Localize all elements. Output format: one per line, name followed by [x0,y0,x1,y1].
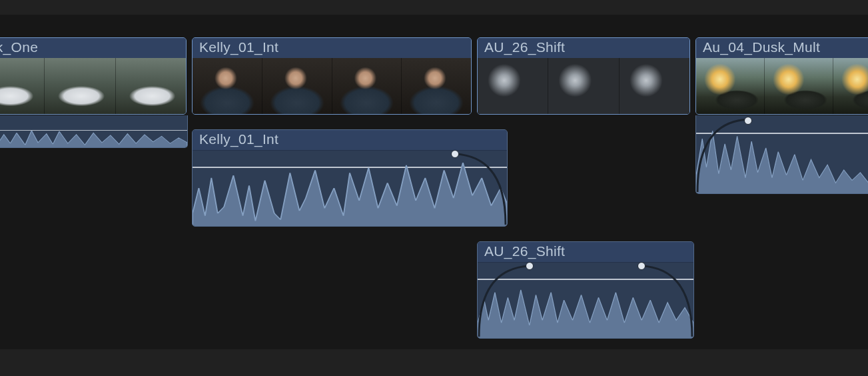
timeline[interactable]: usk_One Kelly_01_Int AU_26_Shift [0,0,868,376]
fade-out-curve-icon[interactable] [640,262,693,338]
timeline-top-strip [0,0,868,15]
clip-title: Kelly_01_Int [193,130,507,151]
thumbnail-person-icon [332,58,402,114]
fade-handle[interactable] [744,117,752,125]
clip-thumbnails [696,58,868,114]
audio-clip-kelly-01-int[interactable]: Kelly_01_Int [192,129,508,227]
audio-body [193,150,507,226]
thumbnail-car-icon [116,58,186,114]
audio-body [478,262,693,338]
thumbnail-person-icon [402,58,471,114]
timeline-bottom-strip [0,349,868,376]
clip-thumbnails [0,58,186,114]
fade-handle[interactable] [526,262,534,270]
video-clip-au-04-dusk-mult[interactable]: Au_04_Dusk_Mult [695,37,868,115]
fade-in-curve-icon[interactable] [478,262,531,338]
thumbnail-dusk-icon [696,58,765,114]
thumbnail-car-icon [45,58,115,114]
thumbnail-dusk-icon [765,58,833,114]
thumbnail-steering-wheel-icon [478,58,548,114]
fade-out-curve-icon[interactable] [454,150,507,226]
thumbnail-steering-wheel-icon [548,58,619,114]
video-clip-kelly-01-int[interactable]: Kelly_01_Int [192,37,472,115]
clip-thumbnails [478,58,689,114]
fade-in-curve-icon[interactable] [696,115,749,193]
thumbnail-dusk-icon [833,58,868,114]
thumbnail-person-icon [193,58,262,114]
thumbnail-car-icon [0,58,45,114]
clip-title: AU_26_Shift [478,38,689,59]
fade-handle[interactable] [638,262,646,270]
thumbnail-steering-wheel-icon [620,58,689,114]
audio-stub-usk-one[interactable] [0,115,188,148]
clip-thumbnails [193,58,471,114]
clip-title: Au_04_Dusk_Mult [696,38,868,59]
audio-body [696,115,868,193]
clip-title: usk_One [0,38,186,59]
fade-handle[interactable] [451,150,459,158]
video-clip-usk-one[interactable]: usk_One [0,37,187,115]
thumbnail-person-icon [262,58,332,114]
waveform-icon [0,115,187,147]
video-clip-au-26-shift[interactable]: AU_26_Shift [477,37,690,115]
audio-clip-au-26-shift[interactable]: AU_26_Shift [477,241,694,339]
clip-title: Kelly_01_Int [193,38,471,59]
audio-clip-au-04-dusk-mult[interactable] [695,115,868,194]
clip-title: AU_26_Shift [478,242,693,263]
